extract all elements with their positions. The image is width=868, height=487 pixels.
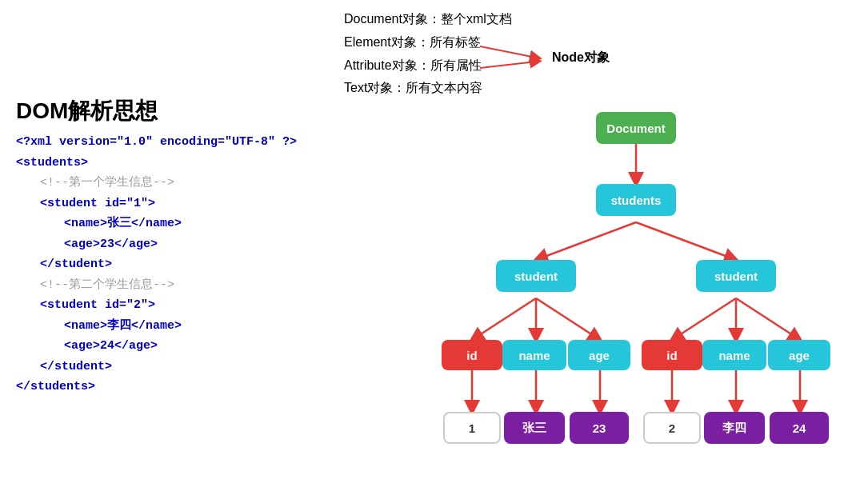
age2-node: age bbox=[768, 340, 830, 370]
element-info: Element对象：所有标签 bbox=[344, 31, 481, 54]
name2-node: name bbox=[702, 340, 766, 370]
code-line-10: <name>李四</name> bbox=[16, 316, 297, 337]
code-line-4: <student id="1"> bbox=[16, 194, 297, 214]
val-24-node: 24 bbox=[770, 412, 829, 444]
student2-node: student bbox=[696, 260, 776, 292]
dom-title: DOM解析思想 bbox=[16, 96, 158, 126]
val-2-node: 2 bbox=[643, 412, 701, 444]
code-line-6: <age>23</age> bbox=[16, 234, 297, 255]
svg-line-8 bbox=[672, 298, 736, 340]
code-line-1: <?xml version="1.0" encoding="UTF-8" ?> bbox=[16, 132, 297, 153]
val-1-node: 1 bbox=[443, 412, 501, 444]
svg-line-0 bbox=[480, 46, 536, 58]
code-line-11: <age>24</age> bbox=[16, 336, 297, 357]
code-line-3: <!--第一个学生信息--> bbox=[16, 173, 297, 194]
val-23-node: 23 bbox=[570, 412, 629, 444]
node-label: Node对象 bbox=[552, 50, 610, 66]
svg-line-1 bbox=[480, 62, 536, 68]
val-zhangsan-node: 张三 bbox=[504, 412, 565, 444]
svg-line-4 bbox=[636, 222, 736, 260]
code-line-13: </students> bbox=[16, 377, 297, 397]
student1-node: student bbox=[496, 260, 576, 292]
text-info: Text对象：所有文本内容 bbox=[344, 77, 482, 100]
code-line-7: </student> bbox=[16, 254, 297, 275]
tree-diagram: Document students student student id nam… bbox=[408, 104, 864, 480]
svg-line-7 bbox=[536, 298, 600, 340]
code-line-9: <student id="2"> bbox=[16, 295, 297, 316]
students-node: students bbox=[596, 184, 676, 216]
code-line-12: </student> bbox=[16, 357, 297, 377]
svg-line-3 bbox=[536, 222, 636, 260]
name1-node: name bbox=[502, 340, 566, 370]
attribute-info: Attribute对象：所有属性 bbox=[344, 54, 482, 78]
id1-node: id bbox=[442, 340, 502, 370]
code-line-2: <students> bbox=[16, 153, 297, 174]
document-node: Document bbox=[596, 112, 676, 144]
id2-node: id bbox=[642, 340, 702, 370]
code-line-8: <!--第二个学生信息--> bbox=[16, 275, 297, 296]
code-block: <?xml version="1.0" encoding="UTF-8" ?> … bbox=[16, 132, 297, 397]
age1-node: age bbox=[568, 340, 630, 370]
code-line-5: <name>张三</name> bbox=[16, 214, 297, 234]
svg-line-10 bbox=[736, 298, 800, 340]
val-lisi-node: 李四 bbox=[704, 412, 765, 444]
svg-line-5 bbox=[472, 298, 536, 340]
